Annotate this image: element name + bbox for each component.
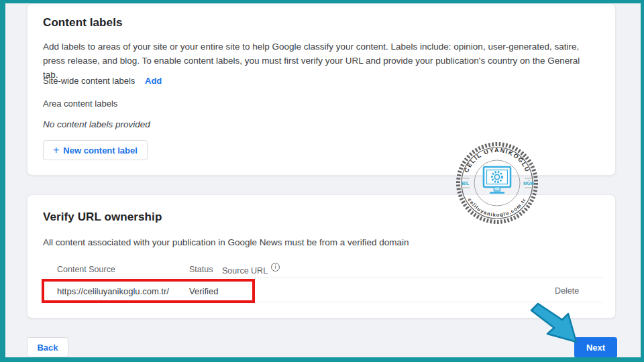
content-source-cell: https://celiluyanikoglu.com.tr/	[57, 286, 169, 296]
next-button[interactable]: Next	[574, 337, 617, 358]
stamp-right-text: MÜH	[523, 180, 534, 186]
new-content-label-button[interactable]: + New content label	[43, 140, 148, 160]
frame-border-right	[641, 0, 644, 362]
new-content-label-button-label: New content label	[63, 145, 138, 156]
content-labels-card: Content labels Add labels to areas of yo…	[27, 3, 616, 176]
column-header-source-url: Source URL	[222, 266, 268, 276]
add-site-wide-label-link[interactable]: Add	[145, 76, 162, 86]
table-header-divider	[42, 278, 603, 278]
stamp-left-text: BİL	[462, 181, 470, 186]
back-button[interactable]: Back	[27, 337, 68, 357]
verify-url-ownership-card: Verify URL ownership All content associa…	[27, 194, 616, 318]
column-header-status: Status	[189, 265, 213, 274]
frame-border-left	[0, 0, 5, 362]
publisher-center-screen: Content labels Add labels to areas of yo…	[0, 0, 644, 362]
verify-url-description: All content associated with your publica…	[43, 235, 590, 249]
area-labels-label: Area content labels	[43, 99, 117, 109]
info-icon[interactable]: i	[271, 263, 280, 272]
plus-icon: +	[53, 145, 59, 156]
no-content-labels-text: No content labels provided	[43, 119, 150, 129]
verify-url-title: Verify URL ownership	[43, 210, 162, 224]
frame-border-top	[0, 0, 644, 3]
content-labels-title: Content labels	[43, 16, 123, 29]
site-wide-labels-label: Site-wide content labels	[43, 76, 135, 86]
frame-border-bottom	[0, 357, 644, 362]
delete-link[interactable]: Delete	[555, 286, 579, 296]
status-cell: Verified	[189, 286, 218, 296]
table-row-divider	[42, 302, 603, 302]
column-header-content-source: Content Source	[57, 265, 115, 274]
